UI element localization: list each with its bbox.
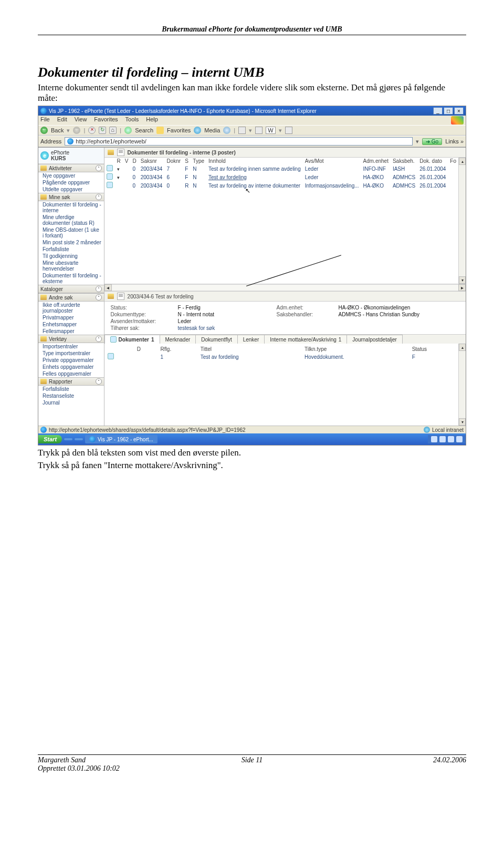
tab-dokumentflyt[interactable]: Dokumentflyt [195,335,237,344]
taskbar-quick-icon[interactable] [75,438,83,440]
nav-section-aktiviteter[interactable]: Aktiviteter˄ [38,164,104,172]
word-icon[interactable]: W [266,127,275,134]
nav-section-rapporter[interactable]: Rapporter˄ [38,377,104,386]
tab-merknader[interactable]: Merknader [160,335,196,344]
go-button[interactable]: ➔ Go [422,138,442,145]
tray-icon[interactable] [431,436,437,442]
search-icon[interactable] [124,127,132,134]
tab-interne-mottakere[interactable]: Interne mottakere/Avskriving 1 [264,335,347,344]
table-row[interactable]: 0 2003/4340RN Test av fordeling av inter… [104,181,458,190]
tab-dokumenter[interactable]: Dokumenter 1 [104,335,160,344]
taskbar-quick-icon[interactable] [64,438,72,440]
nav-item[interactable]: Journal [38,399,104,406]
back-icon[interactable] [40,127,48,134]
table-row[interactable]: ▾0 2003/4347FN Test av fordeling innen s… [104,164,458,173]
url-field[interactable]: http://ephorte1/ephorteweb/ [65,137,413,146]
nav-item[interactable]: Importsentraler [38,343,104,350]
nav-item[interactable]: Privatmapper [38,314,104,321]
nav-item[interactable]: Dokumenter til fordeling - eksterne [38,272,104,285]
nav-item[interactable]: Enhetsmapper [38,321,104,328]
tray-icon[interactable] [456,436,463,442]
collapse-icon[interactable]: ˄ [96,165,102,171]
detail-header: 2003/434-6 Test av fordeling [104,291,466,302]
url-text: http://ephorte1/ephorteweb/ [76,138,146,144]
nav-item[interactable]: Til godkjenning [38,253,104,260]
tab-lenker[interactable]: Lenker [237,335,265,344]
vertical-scrollbar[interactable]: ▴▾ [458,158,466,284]
menu-file[interactable]: File [40,116,50,125]
mail-icon[interactable] [238,127,246,134]
history-icon[interactable] [223,127,230,134]
field-label: Avsender/mottaker: [111,318,174,324]
stop-icon[interactable] [88,127,96,134]
nav-item[interactable]: Restanseliste [38,392,104,399]
nav-item[interactable]: Forfallsliste [38,246,104,253]
close-button[interactable]: × [454,107,464,115]
address-label: Address [40,138,61,144]
menu-view[interactable]: View [75,116,87,125]
page-icon [40,427,47,433]
media-label[interactable]: Media [204,127,220,133]
nav-item[interactable]: Forfallsliste [38,386,104,392]
collapse-icon[interactable]: ˄ [96,194,102,200]
print-icon[interactable] [255,127,262,134]
maximize-button[interactable]: □ [444,107,453,115]
start-button[interactable]: Start [38,435,62,443]
table-header-row: RVD SaksnrDoknrS TypeInnholdAvs/Mot Adm.… [104,158,458,164]
collapse-icon[interactable]: ˄ [96,378,102,385]
menu-edit[interactable]: Edit [57,116,67,125]
nav-item[interactable]: Pågående oppgaver [38,179,104,186]
nav-item[interactable]: Felles oppgavemaler [38,370,104,377]
tray-icon[interactable] [448,436,454,442]
nav-section-mine-sok[interactable]: Mine søk˄ [38,193,104,201]
nav-item[interactable]: Mine uferdige dokumenter (status R) [38,214,104,226]
system-tray[interactable] [428,435,466,443]
nav-item[interactable]: Mine OBS-datoer (1 uke i forkant) [38,226,104,239]
nav-item[interactable]: Mine ubesvarte henvendelser [38,260,104,272]
discuss-icon[interactable] [285,127,292,134]
favorites-label[interactable]: Favorites [167,127,191,133]
tab-journalpostdetaljer[interactable]: Journalpostdetaljer [346,335,403,344]
nav-item[interactable]: Type importsentraler [38,350,104,357]
nav-item[interactable]: Min post siste 2 måneder [38,239,104,246]
minimize-button[interactable]: _ [433,107,443,115]
detail-title: 2003/434-6 Test av fordeling [128,294,194,299]
horizontal-scrollbar[interactable]: ◂▸ [104,284,466,291]
search-label[interactable]: Search [135,127,153,133]
menu-tools[interactable]: Tools [125,116,139,125]
tray-icon[interactable] [439,436,446,442]
collapse-icon[interactable]: ˄ [96,336,102,342]
nav-item[interactable]: Private oppgavemaler [38,357,104,364]
vertical-scrollbar[interactable]: ▴▾ [458,344,466,426]
nav-item[interactable]: Enhets oppgavemaler [38,364,104,370]
nav-item[interactable]: Utdelte oppgaver [38,186,104,193]
home-icon[interactable] [109,127,117,134]
nav-section-verktoy[interactable]: Verktøy˄ [38,335,104,343]
media-icon[interactable] [194,127,201,134]
row-icon [107,173,113,180]
field-label: Saksbehandler: [277,312,334,317]
nav-section-andre-sok[interactable]: Andre søk˄ [38,293,104,302]
table-row[interactable]: 1Test av fordelingHoveddokument.F [104,353,458,361]
refresh-icon[interactable] [99,127,106,134]
expand-icon[interactable]: ˅ [96,286,102,292]
links-label[interactable]: Links » [445,138,464,144]
cursor-icon: ↖ [245,187,250,194]
document-list-table: RVD SaksnrDoknrS TypeInnholdAvs/Mot Adm.… [104,158,458,190]
field-value-link[interactable]: testesak for søk [178,325,272,331]
table-row[interactable]: ▾0 2003/4346FN Test av fordelingLederHA-… [104,173,458,181]
status-text: http://ephorte1/ephorteweb/shared/aspx/d… [49,427,246,433]
nav-item[interactable]: Nye oppgaver [38,172,104,179]
back-label[interactable]: Back [51,127,64,133]
menu-help[interactable]: Help [146,116,158,125]
nav-item[interactable]: Dokumenter til fordeling - interne [38,201,104,214]
nav-section-kataloger[interactable]: Kataloger˅ [38,285,104,293]
collapse-icon[interactable]: ˄ [96,294,102,301]
nav-item[interactable]: Ikke off.vurderte journalposter [38,302,104,314]
favorites-icon[interactable] [156,127,164,134]
field-label: Adm.enhet: [277,305,334,310]
nav-item[interactable]: Fellesmapper [38,328,104,335]
field-value: ADMHCS - Hans Christian Sundby [339,312,454,317]
taskbar-app-button[interactable]: Vis JP - 1962 - ePhort... [85,435,158,443]
menu-favorites[interactable]: Favorites [94,116,118,125]
